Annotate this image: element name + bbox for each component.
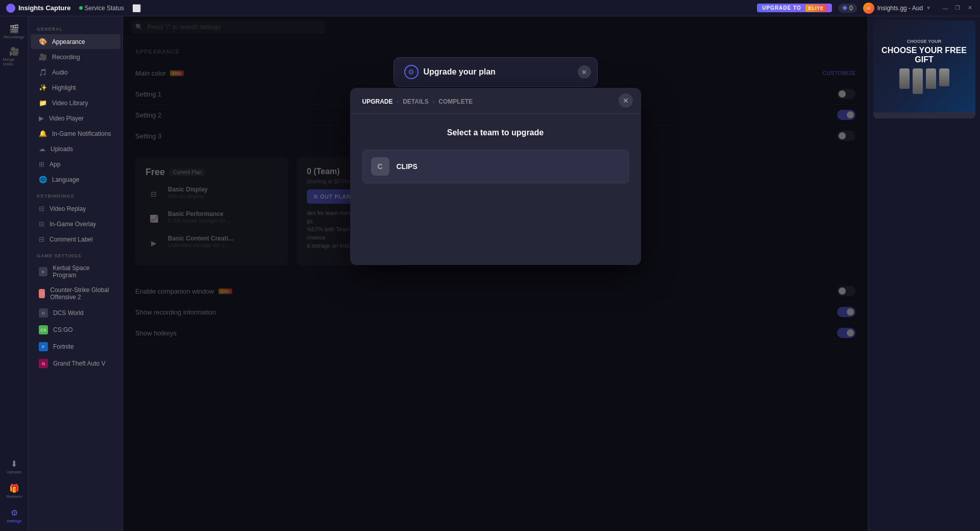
user-menu[interactable]: A Insights.gg - Aud ▼	[863, 3, 931, 14]
in-game-overlay-icon: ⊟	[39, 220, 44, 228]
inner-modal-header: UPGRADE › DETAILS › COMPLETE ✕	[350, 88, 641, 114]
rail-item-recordings[interactable]: 🎬 Recordings	[3, 20, 26, 43]
uploads-icon: ⬇	[11, 459, 17, 469]
rail-item-merge-video[interactable]: 🎥 Merge Video	[3, 45, 26, 67]
nav-video-replay-label: Video Replay	[50, 205, 86, 212]
inner-modal-body: Select a team to upgrade C CLIPS	[350, 114, 641, 265]
nav-recording[interactable]: 🎥 Recording	[31, 50, 120, 64]
nav-dcs-label: DCS World	[53, 309, 84, 317]
nav-game-dcs[interactable]: D DCS World	[31, 305, 120, 321]
service-status: Service Status	[79, 5, 124, 12]
nav-game-fortnite[interactable]: F Fortnite	[31, 339, 120, 355]
nav-video-replay[interactable]: ⊟ Video Replay	[31, 201, 120, 216]
modal-body-title: Select a team to upgrade	[362, 128, 629, 137]
topbar-right: UPGRADE TO ELITE 0 A Insights.gg - Aud ▼…	[757, 3, 974, 14]
topbar: Insights Capture Service Status ⬜ UPGRAD…	[0, 0, 980, 16]
nav-highlight[interactable]: ✨ Highlight	[31, 80, 120, 95]
monitor-icon[interactable]: ⬜	[132, 4, 141, 12]
upgrade-header-close[interactable]: ✕	[578, 65, 591, 79]
window-controls: — ❐ ✕	[941, 4, 974, 12]
app-nav-icon: ⊞	[39, 160, 44, 168]
nav-uploads-label: Uploads	[51, 146, 73, 153]
ad-image: CHOOSE YOUR CHOOSE YOUR FREE GIFT	[873, 20, 975, 112]
step-upgrade[interactable]: UPGRADE	[362, 98, 393, 105]
credits-display: 0	[838, 4, 857, 13]
kerbal-avatar: K	[39, 267, 47, 276]
video-player-nav-icon: ▶	[39, 114, 44, 122]
nav-in-game-overlay-label: In-Game Overlay	[50, 221, 96, 228]
nav-highlight-label: Highlight	[52, 84, 76, 91]
gem-icon	[842, 6, 847, 11]
nav-video-library-label: Video Library	[52, 100, 88, 107]
merge-video-icon: 🎥	[9, 46, 19, 56]
csgo-avatar: CS	[39, 325, 48, 334]
rail-item-settings[interactable]: ⚙ Settings	[3, 504, 26, 527]
right-ad-panel: CHOOSE YOUR CHOOSE YOUR FREE GIFT	[868, 16, 980, 531]
settings-icon: ⚙	[11, 508, 18, 518]
brand-icon	[6, 4, 15, 13]
rail-redeem-label: Redeem	[6, 494, 21, 499]
nav-app[interactable]: ⊞ App	[31, 157, 120, 172]
close-button[interactable]: ✕	[966, 4, 974, 12]
rail-merge-label: Merge Video	[3, 57, 26, 66]
nav-language-label: Language	[52, 176, 79, 183]
left-nav: GENERAL 🎨 Appearance 🎥 Recording 🎵 Audio…	[29, 16, 123, 531]
nav-comment-label[interactable]: ⊟ Comment Label	[31, 232, 120, 247]
ad-headline: CHOOSE YOUR FREE GIFT	[879, 46, 969, 64]
ad-sub-text: CHOOSE YOUR	[879, 39, 969, 44]
redeem-icon: 🎁	[9, 484, 19, 493]
nav-game-cs2[interactable]: CS Counter-Strike Global Offensive 2	[31, 283, 120, 304]
team-option-clips[interactable]: C CLIPS	[362, 150, 629, 183]
recordings-icon: 🎬	[9, 24, 19, 34]
bottle-3	[926, 68, 936, 89]
fortnite-avatar: F	[39, 342, 48, 351]
nav-audio[interactable]: 🎵 Audio	[31, 65, 120, 80]
inner-modal: UPGRADE › DETAILS › COMPLETE ✕ Select a …	[350, 88, 641, 265]
audio-nav-icon: 🎵	[39, 68, 47, 76]
modal-steps: UPGRADE › DETAILS › COMPLETE	[362, 98, 473, 105]
brand-name: Insights Capture	[18, 4, 71, 12]
bottle-4	[939, 68, 949, 86]
nav-in-game-overlay[interactable]: ⊟ In-Game Overlay	[31, 216, 120, 231]
nav-gta5-label: Grand Theft Auto V	[53, 360, 106, 367]
nav-in-game-notifications[interactable]: 🔔 In-Game Notifications	[31, 126, 120, 141]
icon-rail: 🎬 Recordings 🎥 Merge Video ⬇ Uploads 🎁 R…	[0, 16, 29, 531]
topbar-left: Insights Capture Service Status ⬜	[6, 4, 141, 13]
clips-team-name: CLIPS	[397, 162, 418, 171]
appearance-nav-icon: 🎨	[39, 38, 47, 45]
upgrade-plan-header: ⚙ Upgrade your plan ✕	[394, 57, 598, 87]
nav-notifications-label: In-Game Notifications	[52, 130, 111, 137]
language-nav-icon: 🌐	[39, 176, 47, 183]
rail-settings-label: Settings	[7, 519, 21, 523]
nav-language[interactable]: 🌐 Language	[31, 172, 120, 187]
modal-close-button[interactable]: ✕	[619, 93, 633, 108]
nav-game-kerbal[interactable]: K Kerbal Space Program	[31, 261, 120, 282]
nav-appearance[interactable]: 🎨 Appearance	[31, 34, 120, 49]
nav-appearance-label: Appearance	[52, 38, 85, 45]
rail-item-redeem[interactable]: 🎁 Redeem	[3, 480, 26, 502]
nav-app-label: App	[50, 161, 60, 168]
main-content: 🔍 APPEARANCE Main color Elite CUSTOMIZE …	[123, 16, 868, 531]
step-complete[interactable]: COMPLETE	[438, 98, 473, 105]
nav-video-player[interactable]: ▶ Video Player	[31, 111, 120, 126]
ad-footer	[873, 112, 975, 118]
nav-video-library[interactable]: 📁 Video Library	[31, 95, 120, 110]
minimize-button[interactable]: —	[941, 4, 949, 12]
nav-game-gta5[interactable]: G Grand Theft Auto V	[31, 355, 120, 372]
rail-item-uploads[interactable]: ⬇ Uploads	[3, 455, 26, 478]
nav-uploads[interactable]: ☁ Uploads	[31, 141, 120, 156]
chevron-2: ›	[433, 99, 435, 105]
main-layout: 🎬 Recordings 🎥 Merge Video ⬇ Uploads 🎁 R…	[0, 16, 980, 531]
status-dot	[79, 6, 83, 10]
nav-game-csgo[interactable]: CS CS:GO	[31, 322, 120, 338]
credits-count: 0	[849, 5, 853, 12]
upgrade-header-title: Upgrade your plan	[424, 67, 496, 77]
dcs-avatar: D	[39, 308, 48, 318]
nav-cs2-label: Counter-Strike Global Offensive 2	[50, 286, 112, 301]
upgrade-to-button[interactable]: UPGRADE TO ELITE	[757, 4, 832, 12]
general-section-title: GENERAL	[29, 20, 122, 34]
maximize-button[interactable]: ❐	[953, 4, 962, 12]
nav-recording-label: Recording	[52, 54, 80, 61]
nav-csgo-label: CS:GO	[53, 326, 73, 333]
step-details[interactable]: DETAILS	[403, 98, 428, 105]
